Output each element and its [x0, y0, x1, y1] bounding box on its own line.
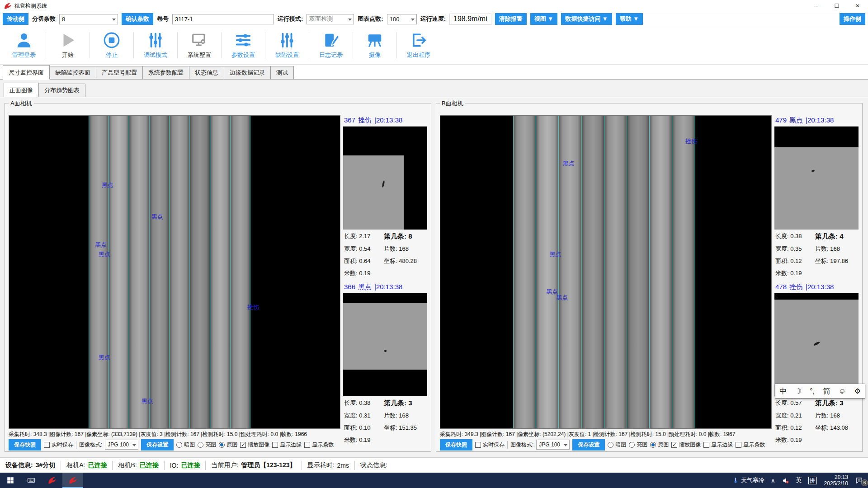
volume-muted-icon[interactable]: [779, 477, 792, 484]
defect-card[interactable]: 479 黑点 |20:13:38 长度: 0.38 第几条: 4 宽度: 0.3…: [774, 115, 859, 277]
ime-settings-gear-icon[interactable]: ⚙: [854, 388, 860, 395]
action-center-button[interactable]: 6: [853, 477, 865, 484]
view-menu-button[interactable]: 视图 ▼: [530, 13, 557, 25]
ime-simplified-mode[interactable]: 简: [823, 388, 830, 395]
taskbar-app-icon[interactable]: [42, 473, 62, 488]
original-image-radio[interactable]: 原图: [650, 441, 669, 449]
display-time-value: 2ms: [337, 462, 349, 469]
tab-product-model-config[interactable]: 产品型号配置: [96, 66, 143, 79]
dark-image-radio[interactable]: 暗图: [176, 441, 195, 449]
weather-tray-item[interactable]: 天气寒冷: [730, 476, 767, 484]
tab-defect-monitor[interactable]: 缺陷监控界面: [49, 66, 96, 79]
defect-thumbnail[interactable]: [774, 293, 859, 396]
minimize-button[interactable]: ─: [806, 0, 826, 12]
tab-test[interactable]: 测试: [270, 66, 294, 79]
start-button[interactable]: 开始: [48, 32, 87, 59]
camera-a-status: 已连接: [88, 461, 107, 469]
chevron-down-icon: [348, 19, 352, 21]
hidden-icons-chevron[interactable]: ∧: [769, 477, 778, 484]
input-panel-button[interactable]: [21, 473, 42, 488]
defect-thumbnail[interactable]: [774, 127, 859, 230]
param-settings-button[interactable]: 参数设置: [224, 32, 263, 59]
run-mode-select[interactable]: 双面检测: [307, 14, 354, 24]
log-record-button[interactable]: 日志记录: [311, 32, 350, 59]
show-strips-checkbox[interactable]: 显示条数: [304, 441, 334, 449]
dark-image-radio[interactable]: 暗图: [608, 441, 626, 449]
save-settings-button[interactable]: 保存设置: [572, 439, 605, 450]
tab-status-info[interactable]: 状态信息: [189, 66, 224, 79]
tab-size-monitor[interactable]: 尺寸监控界面: [3, 65, 50, 80]
exit-program-button[interactable]: 退出程序: [399, 32, 438, 59]
clear-alarm-button[interactable]: 清除报警: [495, 13, 527, 25]
play-icon: [59, 32, 76, 49]
camera-b-image[interactable]: 挫伤黑点黑点黑点黑点: [440, 115, 772, 429]
defect-thumbnail[interactable]: [343, 127, 427, 230]
defect-id: 479: [775, 116, 787, 124]
start-button[interactable]: [0, 473, 21, 488]
material-strip: [230, 116, 251, 428]
material-strip: [189, 116, 210, 428]
camera-a-image[interactable]: 黑点黑点黑点黑点挫伤黑点黑点: [9, 115, 340, 429]
defect-card[interactable]: 478 挫伤 |20:13:38 长度: 0.57 第几条: 3 宽度: 0.2…: [774, 282, 859, 444]
maximize-button[interactable]: ☐: [826, 0, 847, 12]
help-menu-button[interactable]: 帮助 ▼: [616, 13, 643, 25]
ime-chinese-mode[interactable]: 中: [779, 388, 787, 395]
bright-image-radio[interactable]: 亮图: [629, 441, 647, 449]
confirm-count-button[interactable]: 确认条数: [122, 13, 153, 25]
ime-mode-indicator[interactable]: 拼: [806, 477, 819, 484]
zoom-image-checkbox[interactable]: 缩放图像: [240, 441, 269, 449]
tab-edge-data-record[interactable]: 边缘数据记录: [224, 66, 271, 79]
defect-header: 367 挫伤 |20:13:38: [343, 115, 427, 127]
debug-mode-button[interactable]: 调试模式: [136, 32, 175, 59]
run-speed-value: 198.9m/mi: [449, 14, 491, 25]
monitor-gear-icon: [191, 32, 208, 49]
strip-region: [89, 116, 251, 428]
stop-button[interactable]: 停止: [92, 32, 131, 59]
run-mode-label: 运行模式:: [278, 15, 303, 23]
realtime-save-checkbox[interactable]: 实时保存: [44, 441, 73, 449]
system-config-button[interactable]: 系统配置: [180, 32, 219, 59]
ime-halfmoon-icon[interactable]: ☽: [795, 388, 802, 395]
tab-distribution-trend-chart[interactable]: 分布趋势图表: [38, 84, 85, 97]
language-indicator[interactable]: 英: [793, 476, 804, 484]
taskbar-app-icon-active[interactable]: [62, 473, 83, 488]
defect-type: 黑点: [789, 116, 803, 125]
defect-card[interactable]: 366 黑点 |20:13:38 长度: 0.38 第几条: 3 宽度: 0.3…: [343, 282, 427, 444]
roll-number-input[interactable]: [172, 14, 274, 24]
drive-side-button[interactable]: 传动侧: [3, 13, 28, 25]
image-format-select[interactable]: JPG 100: [105, 440, 138, 450]
save-snapshot-button[interactable]: 保存快照: [440, 439, 472, 450]
image-format-select[interactable]: JPG 100: [536, 440, 570, 450]
panel-b-controls: 保存快照 实时保存 图像格式: JPG 100 保存设置 暗图 亮图 原图 缩放…: [440, 439, 772, 450]
defect-thumbnail[interactable]: [343, 293, 427, 396]
bright-image-radio[interactable]: 亮图: [198, 441, 216, 449]
defect-card[interactable]: 367 挫伤 |20:13:38 长度: 2.17 第几条: 8 宽度: 0.5…: [343, 115, 427, 277]
show-edge-checkbox[interactable]: 显示边缘: [272, 441, 302, 449]
close-button[interactable]: ✕: [847, 0, 868, 12]
data-quick-access-menu-button[interactable]: 数据快捷访问 ▼: [561, 13, 612, 25]
show-strips-checkbox[interactable]: 显示条数: [736, 441, 765, 449]
zoom-image-checkbox[interactable]: 缩放图像: [671, 441, 701, 449]
ime-emoji-icon[interactable]: ☺: [839, 388, 846, 395]
original-image-radio[interactable]: 原图: [219, 441, 237, 449]
defect-label: 黑点: [99, 353, 110, 361]
operate-side-button[interactable]: 操作侧: [840, 13, 865, 25]
divider: [90, 32, 90, 58]
save-snapshot-button[interactable]: 保存快照: [9, 439, 41, 450]
show-edge-checkbox[interactable]: 显示边缘: [703, 441, 733, 449]
ime-punctuation-mode[interactable]: °,: [810, 388, 815, 395]
slit-count-select[interactable]: 8: [59, 14, 118, 24]
tab-system-param-config[interactable]: 系统参数配置: [142, 66, 189, 79]
defect-settings-button[interactable]: 缺陷设置: [268, 32, 307, 59]
admin-login-button[interactable]: 管理登录: [5, 32, 43, 59]
clock[interactable]: 20:13 2025/2/10: [821, 474, 851, 487]
tab-front-image[interactable]: 正面图像: [4, 83, 39, 97]
save-settings-button[interactable]: 保存设置: [141, 439, 174, 450]
main-toolbar: 传动侧 分切条数 8 确认条数 卷号 运行模式: 双面检测 图表点数: 100 …: [0, 12, 868, 26]
chart-points-select[interactable]: 100: [387, 14, 417, 24]
defect-label: 挫伤: [685, 137, 697, 145]
realtime-save-checkbox[interactable]: 实时保存: [475, 441, 505, 449]
tool-label: 日志记录: [319, 51, 343, 59]
exit-icon: [410, 32, 427, 49]
camera-button[interactable]: 摄像: [355, 32, 394, 59]
